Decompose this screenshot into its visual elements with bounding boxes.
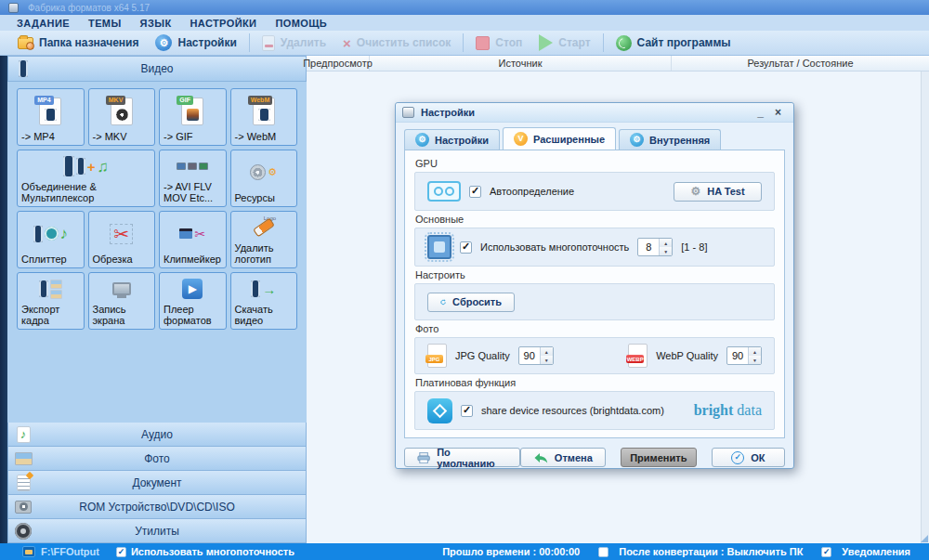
- cpu-chip-icon: [427, 235, 451, 259]
- mp4-file-icon: MP4: [39, 98, 61, 125]
- eraser-icon: [253, 218, 275, 238]
- toolbar: Папка назначения ⚙ Настройки Удалить × О…: [0, 31, 929, 56]
- tile-mux-join[interactable]: + ♫ Объединение & Мультиплексор: [17, 150, 155, 207]
- menu-task[interactable]: ЗАДАНИЕ: [17, 18, 70, 29]
- webm-file-icon: WebM: [253, 98, 275, 125]
- clear-list-button[interactable]: × Очистить список: [334, 32, 459, 54]
- column-result-state[interactable]: Результат / Состояние: [672, 56, 929, 71]
- ha-test-button[interactable]: ⚙ HA Test: [674, 182, 762, 202]
- menu-language[interactable]: ЯЗЫК: [140, 18, 172, 29]
- tile-trim[interactable]: ✂ Обрезка: [88, 211, 156, 268]
- sidebar-section-utilities[interactable]: Утилиты: [7, 519, 307, 543]
- destination-folder-button[interactable]: Папка назначения: [9, 32, 147, 54]
- cancel-button[interactable]: Отмена: [520, 448, 606, 467]
- tile-splitter[interactable]: ♪ Сплиттер: [17, 211, 85, 268]
- website-button[interactable]: Сайт программы: [608, 32, 739, 54]
- tile-clipmaker[interactable]: ✂ Клипмейкер: [159, 211, 227, 268]
- output-path[interactable]: F:\FFOutput: [41, 546, 99, 557]
- printer-icon: [417, 452, 430, 463]
- play-icon: [539, 34, 553, 51]
- shutdown-after-checkbox[interactable]: ✓: [598, 547, 608, 557]
- brightdata-icon: [427, 398, 452, 423]
- tile-download-video[interactable]: → Скачать видео: [230, 272, 298, 330]
- apply-button[interactable]: Применить: [621, 448, 697, 467]
- jpg-quality-stepper[interactable]: 90 ▲▼: [518, 346, 554, 365]
- vertical-scrollbar[interactable]: [921, 72, 929, 543]
- ok-check-icon: ✓: [731, 451, 744, 464]
- statusbar-multithread-checkbox[interactable]: ✓: [116, 547, 126, 557]
- settings-button[interactable]: ⚙ Настройки: [147, 32, 244, 54]
- title-bar: Фабрика форматов x64 5.17: [0, 0, 929, 15]
- platinum-group: ✓ share device resources (brightdata.com…: [414, 391, 775, 430]
- brightdata-logo: brightdata: [694, 402, 762, 419]
- notifications-checkbox[interactable]: ✓: [821, 547, 831, 557]
- column-preview[interactable]: Предпросмотр: [307, 56, 370, 71]
- statusbar-multithread-label: Использовать многопоточность: [131, 546, 294, 557]
- filmstrip-icon: [39, 280, 48, 297]
- sidebar-section-video[interactable]: Видео: [7, 56, 307, 82]
- sidebar-section-audio[interactable]: ♪ Аудио: [7, 423, 307, 447]
- toolbar-separator: [463, 33, 464, 52]
- filmstrip-icon: [76, 158, 85, 175]
- tile-to-mp4[interactable]: MP4 -> MP4: [17, 88, 85, 146]
- tab-internal[interactable]: ⚙ Внутренняя: [619, 129, 721, 150]
- thread-count-stepper[interactable]: 8 ▲▼: [637, 238, 673, 256]
- sidebar-section-rom[interactable]: ROM Устройство\DVD\CD\ISO: [7, 495, 307, 519]
- start-button[interactable]: Старт: [530, 32, 598, 54]
- sidebar-section-document[interactable]: Документ: [7, 471, 307, 495]
- status-bar: F:\FFOutput ✓ Использовать многопоточнос…: [0, 543, 929, 560]
- tab-advanced[interactable]: V Расширенные: [503, 127, 616, 150]
- crop-frame-icon: ✂: [110, 224, 133, 244]
- plus-icon: +: [87, 160, 96, 174]
- notifications-label: Уведомления: [842, 546, 910, 557]
- clapperboard-icon: [179, 228, 192, 239]
- output-folder-icon: [22, 546, 35, 557]
- settings-gear-icon: ⚙: [155, 34, 172, 51]
- toolbar-separator: [249, 33, 250, 52]
- tab-settings[interactable]: ⚙ Настройки: [404, 129, 500, 150]
- menu-help[interactable]: ПОМОЩЬ: [275, 18, 327, 29]
- customize-section-label: Настроить: [415, 269, 775, 280]
- resize-grip[interactable]: [921, 535, 928, 542]
- tile-export-frame[interactable]: Экспорт кадра: [17, 272, 85, 330]
- music-note-icon: ♫: [98, 159, 110, 175]
- tile-format-player[interactable]: ▶ Плеер форматов: [159, 272, 227, 330]
- gpu-section-label: GPU: [415, 158, 775, 169]
- dialog-body: GPU ✓ Автоопределение ⚙ HA Test Основные…: [404, 150, 785, 438]
- tile-remove-logo[interactable]: Logo Удалить логотип: [230, 211, 298, 268]
- tile-screen-record[interactable]: Запись экрана: [88, 272, 156, 330]
- dialog-close-button[interactable]: ×: [769, 107, 787, 118]
- ok-button[interactable]: ✓ ОК: [712, 448, 785, 467]
- disc-icon: [250, 164, 266, 180]
- sidebar-section-photo[interactable]: Фото: [7, 447, 307, 471]
- stepper-down-icon: ▼: [660, 247, 672, 255]
- webp-quality-stepper[interactable]: 90 ▲▼: [726, 346, 762, 365]
- filmstrip-icon: [33, 226, 43, 242]
- remove-button[interactable]: Удалить: [254, 32, 334, 54]
- dialog-buttons: По умолчанию Отмена Применить ✓ ОК: [404, 448, 785, 467]
- rom-disc-icon: [13, 498, 33, 516]
- menu-settings[interactable]: НАСТРОЙКИ: [190, 18, 257, 29]
- multithread-checkbox[interactable]: ✓: [460, 241, 472, 254]
- share-resources-checkbox[interactable]: ✓: [461, 405, 473, 417]
- gear-icon: ⚙: [268, 167, 277, 177]
- tile-to-gif[interactable]: GIF -> GIF: [159, 88, 227, 146]
- menu-themes[interactable]: ТЕМЫ: [88, 18, 122, 29]
- tile-to-mkv[interactable]: MKV -> MKV: [88, 88, 156, 146]
- tile-to-avi-flv-mov[interactable]: -> AVI FLV MOV Etc...: [159, 150, 227, 207]
- reset-button[interactable]: Сбросить: [427, 293, 515, 312]
- column-source[interactable]: Источник: [370, 56, 672, 71]
- autodetect-checkbox[interactable]: ✓: [469, 186, 481, 198]
- dialog-title-bar[interactable]: Настройки _ ×: [396, 103, 793, 123]
- stop-button[interactable]: Стоп: [467, 32, 530, 54]
- tile-resources[interactable]: ⚙ Ресурсы: [230, 150, 298, 207]
- photo-icon: [50, 280, 62, 289]
- refresh-icon: [440, 296, 446, 308]
- photo-icon: [50, 290, 62, 299]
- gif-file-icon: GIF: [181, 98, 203, 125]
- tile-to-webm[interactable]: WebM -> WebM: [230, 88, 298, 146]
- dialog-minimize-button[interactable]: _: [752, 107, 769, 118]
- player-icon: ▶: [182, 279, 203, 299]
- default-button[interactable]: По умолчанию: [404, 448, 520, 467]
- menu-bar: ЗАДАНИЕ ТЕМЫ ЯЗЫК НАСТРОЙКИ ПОМОЩЬ: [0, 15, 929, 31]
